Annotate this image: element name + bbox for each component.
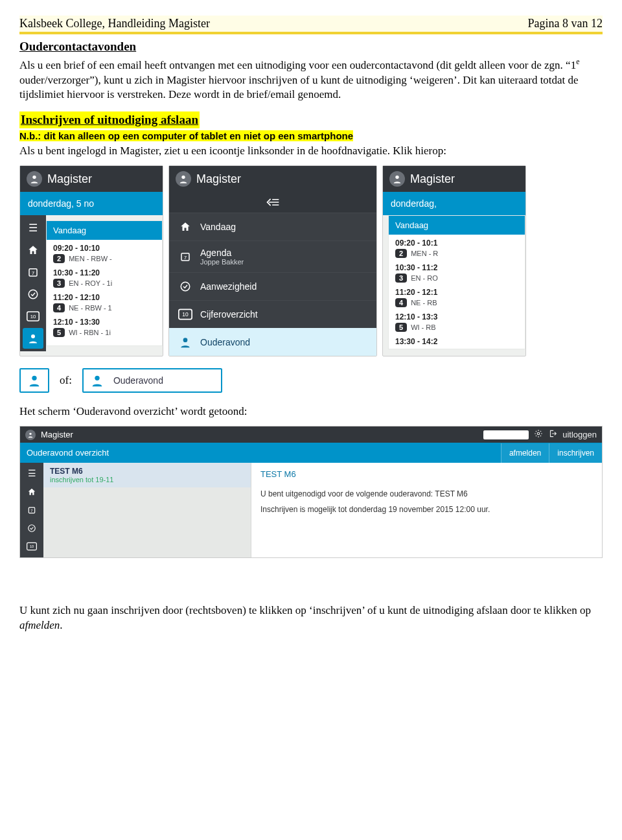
person-icon (87, 372, 107, 389)
schedule-row[interactable]: 13:30 - 14:2 (389, 333, 525, 349)
gear-icon[interactable] (534, 429, 543, 440)
schedule-row[interactable]: 12:10 - 13:305WI - RBN - 1i (47, 314, 162, 338)
magister-logo-icon (176, 171, 191, 187)
cal-icon[interactable]: 7 (23, 262, 43, 283)
overview-line2: Inschrijven is mogelijk tot donderdag 19… (260, 505, 593, 514)
person-icon (25, 372, 44, 389)
overview-main-title: TEST M6 (260, 469, 593, 479)
nav-item-aanwezigheid[interactable]: Aanwezigheid (169, 272, 376, 300)
svg-point-3 (29, 290, 38, 299)
ouderavond-chip-wide[interactable]: Ouderavond (82, 368, 222, 393)
schedule-row[interactable]: 10:30 - 11:203EN - ROY - 1i (47, 264, 162, 289)
inschrijven-button[interactable]: inschrijven (549, 443, 602, 463)
overview-line1: U bent uitgenodigd voor de volgende oude… (260, 489, 593, 498)
nav-item-agenda[interactable]: 7AgendaJoppe Bakker (169, 240, 376, 272)
nav-label: Aanwezigheid (200, 281, 367, 292)
collapse-icon[interactable] (169, 192, 376, 213)
magister-logo-icon (389, 171, 405, 187)
magister-logo-icon (25, 430, 36, 440)
app-titlebar: Magister (169, 166, 376, 192)
nav-item-ouderavond[interactable]: Ouderavond (169, 328, 376, 356)
svg-point-21 (29, 525, 36, 532)
screenshots-row: Magister donderdag, 5 no ☰ 7 10 (19, 165, 603, 356)
magister-panel-expanded-nav: Magister Vandaag7AgendaJoppe BakkerAanwe… (168, 165, 377, 356)
nav-item-vandaag[interactable]: Vandaag (169, 213, 376, 240)
sec2-title: Inschrijven of uitnodiging afslaan (19, 111, 200, 128)
nav-label: Ouderavond (200, 337, 367, 347)
sec2-nb: N.b.: dit kan alleen op een computer of … (19, 130, 603, 143)
svg-point-17 (29, 432, 31, 434)
schedule-row[interactable]: 11:20 - 12:104NE - RBW - 1 (47, 289, 162, 314)
svg-text:7: 7 (31, 509, 33, 513)
svg-point-0 (32, 176, 36, 179)
check-icon (178, 279, 192, 294)
menu-icon[interactable]: ☰ (28, 465, 36, 482)
menu-icon[interactable]: ☰ (23, 218, 43, 239)
overview-rail: ☰ 7 10 (20, 463, 43, 557)
nav-item-cijferoverzicht[interactable]: 10Cijferoverzicht (169, 300, 376, 328)
logout-icon[interactable] (548, 429, 557, 440)
callout-of: of: (60, 373, 72, 388)
svg-point-7 (181, 176, 185, 179)
home-icon[interactable] (27, 484, 36, 500)
check-icon[interactable] (27, 520, 36, 537)
svg-point-18 (537, 432, 540, 435)
today-card: Vandaag 09:20 - 10:12MEN - R10:30 - 11:2… (388, 215, 525, 349)
app-titlebar: Magister (383, 166, 525, 192)
logout-label[interactable]: uitloggen (562, 430, 597, 439)
sec1-title: Oudercontactavonden (19, 38, 603, 55)
ouderavond-label: Ouderavond (113, 375, 163, 386)
nav-list: Vandaag7AgendaJoppe BakkerAanwezigheid10… (169, 213, 376, 356)
schedule-row[interactable]: 10:30 - 11:23EN - RO (389, 259, 525, 284)
nav-label: AgendaJoppe Bakker (200, 248, 367, 266)
magister-panel-collapsed-2: Magister donderdag, Vandaag 09:20 - 10:1… (382, 165, 526, 356)
svg-point-16 (95, 376, 99, 380)
ouderavond-icon[interactable] (23, 328, 43, 349)
app-name: Magister (410, 172, 455, 186)
svg-point-14 (395, 176, 398, 179)
app-titlebar: Magister (20, 166, 163, 192)
nav-label: Vandaag (200, 222, 367, 232)
overview-bluebar: Ouderavond overzicht afmelden inschrijve… (20, 443, 602, 463)
check-icon[interactable] (23, 284, 43, 305)
schedule-row[interactable]: 11:20 - 12:14NE - RB (389, 284, 525, 309)
schedule-row[interactable]: 09:20 - 10:102MEN - RBW - (47, 240, 162, 264)
ten-icon[interactable]: 10 (27, 538, 37, 555)
svg-text:7: 7 (184, 255, 187, 261)
cal-icon[interactable]: 7 (27, 502, 36, 519)
home-icon[interactable] (23, 240, 43, 261)
doc-header-right: Pagina 8 van 12 (528, 16, 603, 31)
schedule-row[interactable]: 09:20 - 10:12MEN - R (389, 235, 525, 259)
ouderavond-chip[interactable] (19, 368, 49, 393)
svg-point-6 (31, 334, 35, 338)
overview-side-item[interactable]: TEST M6 inschrijven tot 19-11 (43, 463, 251, 487)
today-title: Vandaag (47, 221, 162, 240)
afmelden-button[interactable]: afmelden (501, 443, 549, 463)
overview-appname: Magister (41, 430, 73, 439)
overview-side: TEST M6 inschrijven tot 19-11 (43, 463, 251, 557)
nav-label: Cijferoverzicht (200, 309, 367, 320)
schedule-row[interactable]: 12:10 - 13:35WI - RB (389, 309, 525, 333)
ouderavond-overview-shot: Magister uitloggen Ouderavond overzicht … (19, 426, 603, 558)
side-rail: ☰ 7 10 (20, 215, 46, 351)
magister-logo-icon (27, 171, 42, 187)
ten-icon[interactable]: 10 (23, 306, 43, 327)
svg-point-13 (183, 338, 188, 343)
svg-text:10: 10 (182, 312, 189, 318)
today-title: Vandaag (389, 216, 525, 235)
svg-text:10: 10 (30, 314, 36, 320)
sec2-lead: Als u bent ingelogd in Magister, ziet u … (19, 144, 603, 159)
person-icon (178, 335, 192, 349)
app-name: Magister (47, 172, 92, 186)
svg-point-10 (181, 282, 190, 291)
date-bar: donderdag, 5 no (20, 192, 163, 215)
overview-main: TEST M6 U bent uitgenodigd voor de volge… (251, 463, 602, 557)
overview-title: Ouderavond overzicht (20, 443, 501, 463)
footer-text: U kunt zich nu gaan inschrijven door (re… (19, 603, 603, 633)
icon-callouts: of: Ouderavond (19, 368, 603, 393)
magister-panel-collapsed: Magister donderdag, 5 no ☰ 7 10 (19, 165, 163, 356)
ten-icon: 10 (178, 307, 192, 321)
doc-header-left: Kalsbeek College, Handleiding Magister (19, 16, 210, 31)
search-box[interactable] (483, 430, 529, 439)
svg-point-15 (32, 376, 36, 380)
